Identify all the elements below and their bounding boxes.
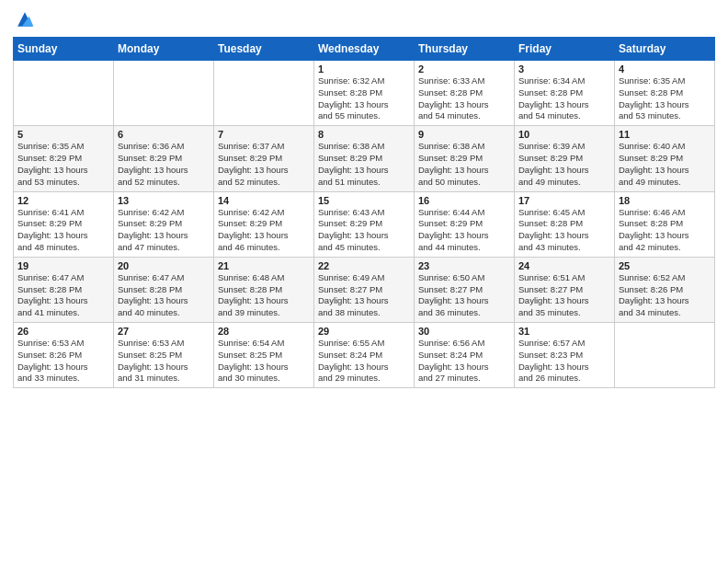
- day-cell: 26Sunrise: 6:53 AM Sunset: 8:26 PM Dayli…: [14, 323, 114, 388]
- day-number: 5: [17, 129, 109, 140]
- day-info: Sunrise: 6:45 AM Sunset: 8:28 PM Dayligh…: [518, 207, 610, 254]
- day-cell: 4Sunrise: 6:35 AM Sunset: 8:28 PM Daylig…: [615, 61, 715, 126]
- day-info: Sunrise: 6:35 AM Sunset: 8:28 PM Dayligh…: [619, 75, 711, 122]
- day-number: 18: [619, 195, 711, 206]
- day-cell: 30Sunrise: 6:56 AM Sunset: 8:24 PM Dayli…: [415, 323, 515, 388]
- day-number: 12: [17, 195, 109, 206]
- day-info: Sunrise: 6:47 AM Sunset: 8:28 PM Dayligh…: [118, 272, 210, 319]
- day-cell: [214, 61, 314, 126]
- week-row-3: 19Sunrise: 6:47 AM Sunset: 8:28 PM Dayli…: [14, 257, 715, 322]
- day-number: 25: [619, 260, 711, 271]
- day-number: 14: [218, 195, 310, 206]
- day-info: Sunrise: 6:53 AM Sunset: 8:25 PM Dayligh…: [118, 338, 210, 385]
- logo: [13, 9, 35, 29]
- day-info: Sunrise: 6:39 AM Sunset: 8:29 PM Dayligh…: [518, 141, 610, 188]
- day-number: 9: [418, 129, 510, 140]
- day-number: 10: [518, 129, 610, 140]
- week-row-1: 5Sunrise: 6:35 AM Sunset: 8:29 PM Daylig…: [14, 126, 715, 191]
- day-number: 4: [619, 63, 711, 75]
- day-cell: 21Sunrise: 6:48 AM Sunset: 8:28 PM Dayli…: [214, 257, 314, 322]
- day-cell: 28Sunrise: 6:54 AM Sunset: 8:25 PM Dayli…: [214, 323, 314, 388]
- day-info: Sunrise: 6:51 AM Sunset: 8:27 PM Dayligh…: [518, 272, 610, 319]
- weekday-tuesday: Tuesday: [214, 38, 314, 61]
- day-number: 26: [17, 326, 109, 337]
- weekday-wednesday: Wednesday: [314, 38, 415, 61]
- day-cell: [114, 61, 214, 126]
- day-info: Sunrise: 6:38 AM Sunset: 8:29 PM Dayligh…: [318, 141, 410, 188]
- day-cell: 3Sunrise: 6:34 AM Sunset: 8:28 PM Daylig…: [515, 61, 615, 126]
- day-info: Sunrise: 6:35 AM Sunset: 8:29 PM Dayligh…: [17, 141, 109, 188]
- day-info: Sunrise: 6:54 AM Sunset: 8:25 PM Dayligh…: [218, 338, 310, 385]
- day-cell: 7Sunrise: 6:37 AM Sunset: 8:29 PM Daylig…: [214, 126, 314, 191]
- day-number: 19: [17, 260, 109, 271]
- day-cell: 13Sunrise: 6:42 AM Sunset: 8:29 PM Dayli…: [114, 191, 214, 257]
- day-cell: 16Sunrise: 6:44 AM Sunset: 8:29 PM Dayli…: [415, 191, 515, 257]
- weekday-thursday: Thursday: [415, 38, 515, 61]
- day-cell: 27Sunrise: 6:53 AM Sunset: 8:25 PM Dayli…: [114, 323, 214, 388]
- day-number: 7: [218, 129, 310, 140]
- weekday-monday: Monday: [114, 38, 214, 61]
- day-number: 1: [318, 63, 410, 75]
- day-number: 15: [318, 195, 410, 206]
- header: [13, 9, 715, 29]
- day-info: Sunrise: 6:57 AM Sunset: 8:23 PM Dayligh…: [518, 338, 610, 385]
- day-cell: [615, 323, 715, 388]
- day-info: Sunrise: 6:40 AM Sunset: 8:29 PM Dayligh…: [619, 141, 711, 188]
- day-number: 16: [418, 195, 510, 206]
- calendar-table: SundayMondayTuesdayWednesdayThursdayFrid…: [13, 37, 715, 388]
- day-cell: 11Sunrise: 6:40 AM Sunset: 8:29 PM Dayli…: [615, 126, 715, 191]
- weekday-header-row: SundayMondayTuesdayWednesdayThursdayFrid…: [14, 38, 715, 61]
- day-info: Sunrise: 6:37 AM Sunset: 8:29 PM Dayligh…: [218, 141, 310, 188]
- day-cell: 29Sunrise: 6:55 AM Sunset: 8:24 PM Dayli…: [314, 323, 415, 388]
- week-row-2: 12Sunrise: 6:41 AM Sunset: 8:29 PM Dayli…: [14, 191, 715, 257]
- day-info: Sunrise: 6:47 AM Sunset: 8:28 PM Dayligh…: [17, 272, 109, 319]
- day-cell: 20Sunrise: 6:47 AM Sunset: 8:28 PM Dayli…: [114, 257, 214, 322]
- day-info: Sunrise: 6:33 AM Sunset: 8:28 PM Dayligh…: [418, 75, 510, 122]
- day-cell: 15Sunrise: 6:43 AM Sunset: 8:29 PM Dayli…: [314, 191, 415, 257]
- day-cell: 12Sunrise: 6:41 AM Sunset: 8:29 PM Dayli…: [14, 191, 114, 257]
- day-cell: 25Sunrise: 6:52 AM Sunset: 8:26 PM Dayli…: [615, 257, 715, 322]
- day-number: 24: [518, 260, 610, 271]
- day-cell: 14Sunrise: 6:42 AM Sunset: 8:29 PM Dayli…: [214, 191, 314, 257]
- day-cell: 18Sunrise: 6:46 AM Sunset: 8:28 PM Dayli…: [615, 191, 715, 257]
- weekday-sunday: Sunday: [14, 38, 114, 61]
- day-info: Sunrise: 6:55 AM Sunset: 8:24 PM Dayligh…: [318, 338, 410, 385]
- day-number: 13: [118, 195, 210, 206]
- day-cell: [14, 61, 114, 126]
- weekday-saturday: Saturday: [615, 38, 715, 61]
- day-number: 31: [518, 326, 610, 337]
- day-info: Sunrise: 6:53 AM Sunset: 8:26 PM Dayligh…: [17, 338, 109, 385]
- day-number: 28: [218, 326, 310, 337]
- day-cell: 10Sunrise: 6:39 AM Sunset: 8:29 PM Dayli…: [515, 126, 615, 191]
- day-info: Sunrise: 6:41 AM Sunset: 8:29 PM Dayligh…: [17, 207, 109, 254]
- day-info: Sunrise: 6:48 AM Sunset: 8:28 PM Dayligh…: [218, 272, 310, 319]
- page: SundayMondayTuesdayWednesdayThursdayFrid…: [0, 0, 728, 563]
- day-info: Sunrise: 6:36 AM Sunset: 8:29 PM Dayligh…: [118, 141, 210, 188]
- day-number: 2: [418, 63, 510, 75]
- day-number: 30: [418, 326, 510, 337]
- week-row-4: 26Sunrise: 6:53 AM Sunset: 8:26 PM Dayli…: [14, 323, 715, 388]
- day-cell: 22Sunrise: 6:49 AM Sunset: 8:27 PM Dayli…: [314, 257, 415, 322]
- day-number: 21: [218, 260, 310, 271]
- day-cell: 5Sunrise: 6:35 AM Sunset: 8:29 PM Daylig…: [14, 126, 114, 191]
- day-info: Sunrise: 6:52 AM Sunset: 8:26 PM Dayligh…: [619, 272, 711, 319]
- day-number: 27: [118, 326, 210, 337]
- day-cell: 19Sunrise: 6:47 AM Sunset: 8:28 PM Dayli…: [14, 257, 114, 322]
- day-number: 22: [318, 260, 410, 271]
- day-info: Sunrise: 6:32 AM Sunset: 8:28 PM Dayligh…: [318, 75, 410, 122]
- day-cell: 31Sunrise: 6:57 AM Sunset: 8:23 PM Dayli…: [515, 323, 615, 388]
- day-info: Sunrise: 6:38 AM Sunset: 8:29 PM Dayligh…: [418, 141, 510, 188]
- day-number: 6: [118, 129, 210, 140]
- day-cell: 1Sunrise: 6:32 AM Sunset: 8:28 PM Daylig…: [314, 61, 415, 126]
- day-number: 3: [518, 63, 610, 75]
- day-info: Sunrise: 6:56 AM Sunset: 8:24 PM Dayligh…: [418, 338, 510, 385]
- day-info: Sunrise: 6:43 AM Sunset: 8:29 PM Dayligh…: [318, 207, 410, 254]
- day-cell: 6Sunrise: 6:36 AM Sunset: 8:29 PM Daylig…: [114, 126, 214, 191]
- day-number: 17: [518, 195, 610, 206]
- day-cell: 24Sunrise: 6:51 AM Sunset: 8:27 PM Dayli…: [515, 257, 615, 322]
- weekday-friday: Friday: [515, 38, 615, 61]
- day-info: Sunrise: 6:46 AM Sunset: 8:28 PM Dayligh…: [619, 207, 711, 254]
- day-number: 23: [418, 260, 510, 271]
- day-info: Sunrise: 6:34 AM Sunset: 8:28 PM Dayligh…: [518, 75, 610, 122]
- day-number: 11: [619, 129, 711, 140]
